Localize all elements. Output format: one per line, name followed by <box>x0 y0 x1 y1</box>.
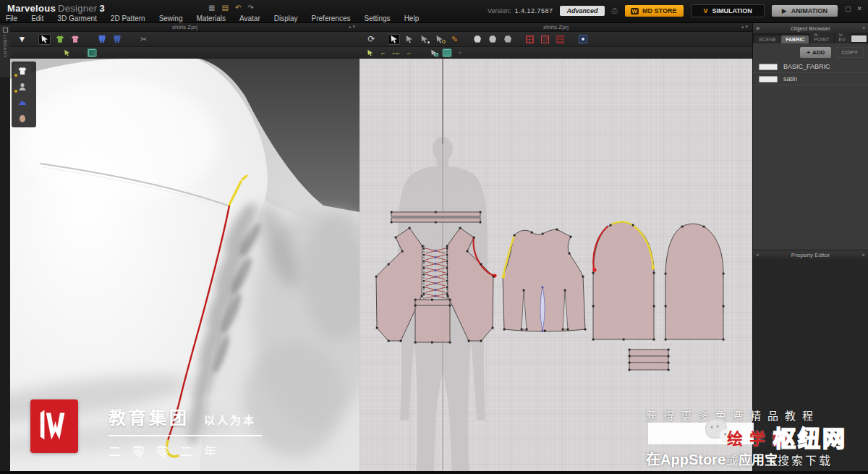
mn-segment-sewing-button[interactable]: ⌐⌐ <box>391 48 401 57</box>
pattern-2d-tab-title[interactable]: shirts.Zprj <box>359 24 752 30</box>
internal-rectangle-tool-button[interactable] <box>524 34 536 45</box>
internal-polygon-tool-button[interactable] <box>539 34 551 45</box>
menu-edit[interactable]: Edit <box>31 14 43 22</box>
maximize-button[interactable]: ▢ <box>845 5 851 12</box>
marvelous-designer-window: MarvelousDesigner3 ▦ ▤ ↶ ↷ File Edit 3D … <box>0 0 868 474</box>
show-garment-pink-button[interactable] <box>69 34 81 45</box>
library-item-shoe[interactable] <box>14 96 31 109</box>
copy-fabric-button[interactable]: COPY <box>835 47 864 58</box>
fabric-filter-box[interactable] <box>851 35 867 42</box>
yingyongbao-text: 应用宝 <box>739 453 778 467</box>
undo-icon[interactable]: ↶ <box>235 4 241 12</box>
pin-tool-button[interactable] <box>62 48 72 57</box>
rectangle-pattern-tool-button[interactable] <box>486 34 498 45</box>
toolbar-3d-main: ▼ ✂ <box>10 32 359 47</box>
pattern-piece-cuff[interactable] <box>629 350 668 370</box>
fabric-swatch <box>759 64 778 70</box>
transform-pattern-tool-button[interactable] <box>388 34 400 45</box>
app-title: MarvelousDesigner3 <box>7 3 105 14</box>
tab-fabric[interactable]: FABRIC <box>781 35 809 43</box>
teal-corner-icon <box>435 53 438 56</box>
menu-3d-garment[interactable]: 3D Garment <box>57 14 96 22</box>
w-book-logo-icon <box>37 406 72 447</box>
top-right-cluster: Version:1.4.12.7587 Advanced ⎙ WMD STORE… <box>488 4 838 17</box>
close-button[interactable]: ✕ <box>856 5 862 12</box>
texture-sub-tool-button[interactable]: ▫ <box>455 48 465 57</box>
grid-icon[interactable]: ▦ <box>208 4 215 12</box>
menu-sewing[interactable]: Sewing <box>159 14 183 22</box>
gizmo-dropdown-button[interactable]: ▼ <box>16 34 28 45</box>
simulation-button[interactable]: VSIMULATION <box>691 4 764 17</box>
menu-help[interactable]: Help <box>404 14 420 22</box>
property-editor-header[interactable]: ◂ Property Editor ▸ <box>753 250 868 259</box>
title-menu-bar: MarvelousDesigner3 ▦ ▤ ↶ ↷ File Edit 3D … <box>0 0 868 23</box>
toolbar-2d-main: ⟳ ✎ <box>359 32 752 47</box>
diamond-icon: ◆ <box>756 25 760 31</box>
edit-point-tool-button[interactable] <box>418 34 430 45</box>
property-editor-title: Property Editor <box>791 252 830 258</box>
window-bottom-edge <box>0 471 868 474</box>
pattern-2d-tab-carets[interactable]: ▴▾ <box>741 24 749 30</box>
folder-icon[interactable]: ▤ <box>221 4 228 12</box>
library-item-garment[interactable] <box>14 64 31 77</box>
pattern-piece-sleeve-right[interactable] <box>665 224 723 339</box>
display-mode-icon[interactable]: ⎙ <box>612 7 618 15</box>
library-tab[interactable]: LIBRARY <box>0 25 10 77</box>
library-icon <box>3 27 8 33</box>
viewport-3d-tab-title[interactable]: shirts.Zprj <box>10 24 359 30</box>
menu-avatar[interactable]: Avatar <box>239 14 260 22</box>
viewport-3d-tabbar: shirts.Zprj ▴▾ <box>10 23 359 32</box>
object-browser-header[interactable]: ◆ Object Browser ▾ <box>753 23 868 33</box>
blue-dot-icon <box>579 35 587 43</box>
viewport-3d-tab-carets[interactable]: ▴▾ <box>349 24 357 30</box>
fabric-list-section: +ADD COPY BASIC_FABRIC satin <box>753 43 868 250</box>
menu-preferences[interactable]: Preferences <box>312 14 351 22</box>
favorite-dot-icon <box>14 90 17 93</box>
menu-settings[interactable]: Settings <box>364 14 390 22</box>
fabric-list-item[interactable]: satin <box>753 73 868 85</box>
select-texture-tool-button[interactable] <box>429 48 439 57</box>
toolbar-3d-secondary <box>10 47 359 59</box>
add-fabric-button[interactable]: +ADD <box>800 47 831 58</box>
polygon-pattern-tool-button[interactable] <box>471 34 483 45</box>
tab-scene[interactable]: SCENE <box>754 35 780 43</box>
animation-button[interactable]: ▶ANIMATION <box>772 5 838 17</box>
library-strip: LIBRARY <box>0 23 10 474</box>
library-item-head[interactable] <box>14 111 31 125</box>
menu-file[interactable]: File <box>6 14 17 22</box>
menu-materials[interactable]: Materials <box>196 14 226 22</box>
menu-display[interactable]: Display <box>274 14 298 22</box>
segment-sewing-tool-button[interactable] <box>365 48 375 57</box>
add-point-pen-tool-button[interactable]: ✎ <box>448 34 461 45</box>
watermark-year: 二零零二年 <box>109 441 262 460</box>
select-tool-3d-button[interactable] <box>38 34 51 45</box>
show-garment-green-button[interactable] <box>54 34 66 45</box>
circle-pattern-tool-button[interactable] <box>501 34 514 45</box>
minimize-button[interactable]: – <box>835 5 839 12</box>
library-item-avatar[interactable] <box>14 80 31 93</box>
sync-2d-3d-button[interactable]: ⟳ <box>365 34 378 45</box>
object-browser-tabs: SCENE FABRIC A-POINT S-EV <box>753 33 868 43</box>
fabric-list-item[interactable]: BASIC_FABRIC <box>753 61 868 73</box>
fabric-swatch <box>759 76 778 82</box>
show-avatar-pants-alt-button[interactable] <box>111 34 123 45</box>
edit-texture-tool-button[interactable] <box>442 48 452 57</box>
menu-2d-pattern[interactable]: 2D Pattern <box>111 14 145 22</box>
dart-tool-button[interactable] <box>576 34 589 45</box>
redo-icon[interactable]: ↷ <box>247 4 253 12</box>
free-sewing-tool-button[interactable]: ⌐ <box>378 48 388 57</box>
fabric-view-toggle-button[interactable] <box>87 48 97 57</box>
scissors-tool-icon[interactable]: ✂ <box>137 34 150 45</box>
edit-pattern-tool-button[interactable] <box>403 34 415 45</box>
edit-curve-tool-button[interactable] <box>433 34 446 45</box>
arrow-right-icon: ▸ <box>862 252 865 258</box>
caret-down-icon: ▾ <box>862 25 865 31</box>
library-thumbnails <box>12 62 36 127</box>
version-text: Version:1.4.12.7587 <box>488 7 553 14</box>
show-avatar-pants-button[interactable] <box>95 34 108 45</box>
mn-free-sewing-button[interactable]: ⌐ <box>404 48 414 57</box>
internal-circle-tool-button[interactable] <box>554 34 566 45</box>
pattern-piece-back-skirt[interactable] <box>415 300 450 342</box>
brand-word: Marvelous <box>7 3 56 14</box>
md-store-button[interactable]: WMD STORE <box>625 5 684 17</box>
